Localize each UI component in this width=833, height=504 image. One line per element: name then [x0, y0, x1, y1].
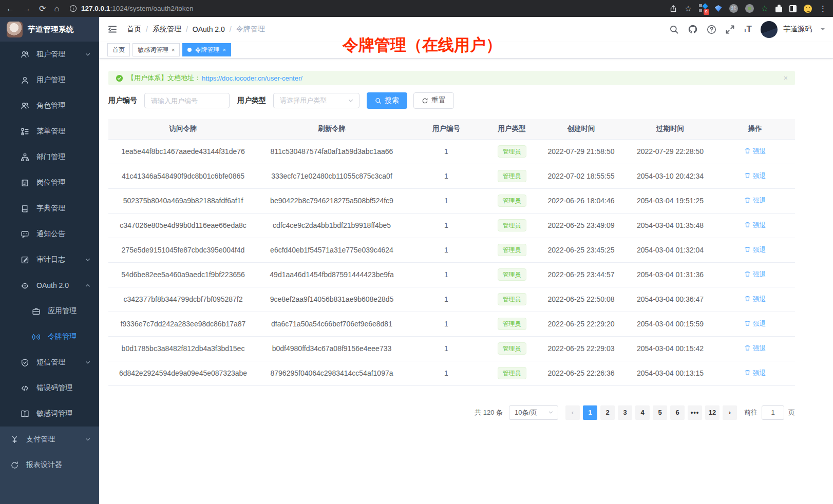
sidebar-item-audit-log[interactable]: 审计日志	[0, 247, 99, 273]
breadcrumb-item[interactable]: 首页	[127, 25, 141, 34]
force-logout-button[interactable]: 强退	[744, 147, 766, 156]
sidebar-item-dict[interactable]: 字典管理	[0, 196, 99, 221]
sidebar-item-label: 通知公告	[36, 229, 65, 239]
tab-close-icon[interactable]: ×	[172, 47, 175, 53]
search-icon[interactable]	[669, 25, 679, 34]
browser-menu-icon[interactable]: ⋮	[819, 4, 827, 13]
sidebar-item-sensitive-word[interactable]: 敏感词管理	[0, 401, 99, 427]
alert-close-icon[interactable]: ×	[784, 74, 788, 82]
gem-extension-icon[interactable]	[715, 5, 722, 12]
star-extension-icon[interactable]: ☆	[761, 4, 768, 13]
sidebar-item-notice[interactable]: 通知公告	[0, 221, 99, 247]
reset-button[interactable]: 重置	[413, 92, 454, 109]
expire-time-cell: 2054-03-04 00:15:59	[626, 312, 715, 336]
sidebar-item-pay[interactable]: 支付管理	[0, 427, 99, 452]
breadcrumb-item[interactable]: 系统管理	[153, 25, 181, 34]
font-size-icon[interactable]: тT	[744, 26, 752, 33]
force-logout-button[interactable]: 强退	[744, 319, 766, 328]
action-cell: 强退	[715, 213, 795, 238]
logo-image	[7, 22, 23, 37]
username[interactable]: 芋道源码	[783, 25, 812, 34]
extensions-puzzle-icon[interactable]	[775, 7, 782, 12]
goto-page-input[interactable]	[762, 405, 784, 420]
page-button-12[interactable]: 12	[705, 405, 720, 420]
page-button-3[interactable]: 3	[618, 405, 632, 420]
collapse-sidebar-icon[interactable]	[107, 24, 118, 34]
force-logout-label: 强退	[753, 344, 766, 353]
user-avatar[interactable]	[761, 21, 778, 38]
sidebar-item-sms[interactable]: 短信管理	[0, 350, 99, 375]
sidebar-item-role[interactable]: 角色管理	[0, 93, 99, 119]
breadcrumb: 首页/系统管理/OAuth 2.0/令牌管理	[127, 25, 265, 34]
bookmark-star-icon[interactable]: ☆	[685, 4, 691, 13]
doc-link[interactable]: https://doc.iocoder.cn/user-center/	[202, 74, 302, 82]
tab-close-icon[interactable]: ×	[222, 47, 225, 53]
force-logout-button[interactable]: 强退	[744, 344, 766, 353]
force-logout-button[interactable]: 强退	[744, 295, 766, 304]
sidebar-item-menu[interactable]: 菜单管理	[0, 119, 99, 144]
command-extension-icon[interactable]: ⌘	[729, 4, 738, 13]
sidebar-item-tenant[interactable]: 租户管理	[0, 42, 99, 67]
browser-home-icon[interactable]: ⌂	[54, 5, 59, 13]
prev-page-button[interactable]: ‹	[565, 405, 580, 420]
user-type-cell: 管理员	[487, 139, 537, 164]
split-view-icon[interactable]	[789, 5, 797, 12]
action-cell: 强退	[715, 336, 795, 361]
share-icon[interactable]	[669, 5, 677, 13]
user-id-label: 用户编号	[108, 96, 137, 105]
page-size-select[interactable]: 10条/页	[509, 405, 558, 420]
force-logout-label: 强退	[753, 369, 766, 378]
page-button-1[interactable]: 1	[583, 405, 597, 420]
sidebar-item-oauth2[interactable]: OAuth 2.0	[0, 273, 99, 298]
extension-grid-icon[interactable]: 9	[699, 4, 708, 13]
sidebar-item-oauth2-app[interactable]: 应用管理	[0, 298, 99, 324]
sidebar-item-report-designer[interactable]: 报表设计器	[0, 452, 99, 478]
site-info-icon[interactable]	[69, 5, 77, 12]
post-icon	[21, 179, 29, 187]
sidebar-item-user[interactable]: 用户管理	[0, 67, 99, 93]
chevron-down-icon	[348, 98, 354, 104]
force-logout-button[interactable]: 强退	[744, 270, 766, 279]
table-row: c347026e805e4d99b0d116eae66eda8ccdfc4ce9…	[108, 213, 795, 238]
sidebar-item-oauth2-token[interactable]: 令牌管理	[0, 324, 99, 350]
recorder-extension-icon[interactable]	[745, 4, 754, 13]
user-caret-down-icon[interactable]	[821, 28, 825, 32]
user-type-badge: 管理员	[498, 170, 526, 182]
github-icon[interactable]	[688, 24, 698, 34]
sidebar-item-error-code[interactable]: 错误码管理	[0, 375, 99, 401]
page-button-6[interactable]: 6	[670, 405, 685, 420]
user-type-cell: 管理员	[487, 312, 537, 336]
browser-forward-icon[interactable]: →	[23, 5, 31, 13]
page-button-5[interactable]: 5	[653, 405, 667, 420]
breadcrumb-item[interactable]: OAuth 2.0	[193, 25, 225, 33]
force-logout-button[interactable]: 强退	[744, 196, 766, 205]
help-icon[interactable]	[707, 25, 716, 34]
user-type-select[interactable]: 请选择用户类型	[273, 93, 359, 108]
tab-home[interactable]: 首页	[107, 43, 130, 56]
page-ellipsis[interactable]: •••	[688, 405, 702, 420]
profile-avatar-icon[interactable]	[804, 5, 812, 13]
access-token-cell: 1ea5e44f8bc1467aaede43144f31de76	[108, 139, 258, 164]
active-tab-dot	[187, 48, 192, 52]
browser-back-icon[interactable]: ←	[6, 5, 14, 13]
sidebar-item-dept[interactable]: 部门管理	[0, 144, 99, 170]
force-logout-button[interactable]: 强退	[744, 221, 766, 230]
force-logout-button[interactable]: 强退	[744, 171, 766, 181]
app-logo[interactable]: 芋道管理系统	[0, 17, 99, 42]
user-id-input[interactable]	[144, 93, 230, 108]
page-button-4[interactable]: 4	[635, 405, 650, 420]
sidebar-item-post[interactable]: 岗位管理	[0, 170, 99, 196]
tab-token[interactable]: 令牌管理×	[182, 43, 231, 56]
search-button[interactable]: 搜索	[367, 92, 407, 109]
browser-reload-icon[interactable]: ⟳	[39, 5, 46, 13]
page-button-2[interactable]: 2	[600, 405, 615, 420]
next-page-button[interactable]: ›	[723, 405, 737, 420]
action-cell: 强退	[715, 238, 795, 262]
fullscreen-icon[interactable]	[725, 25, 735, 34]
tab-sensitive-word[interactable]: 敏感词管理×	[132, 43, 180, 56]
address-bar[interactable]: 127.0.0.1:1024/system/oauth2/token	[69, 5, 663, 12]
force-logout-button[interactable]: 强退	[744, 245, 766, 255]
force-logout-button[interactable]: 强退	[744, 369, 766, 378]
action-cell: 强退	[715, 287, 795, 312]
pay-icon	[10, 435, 19, 444]
